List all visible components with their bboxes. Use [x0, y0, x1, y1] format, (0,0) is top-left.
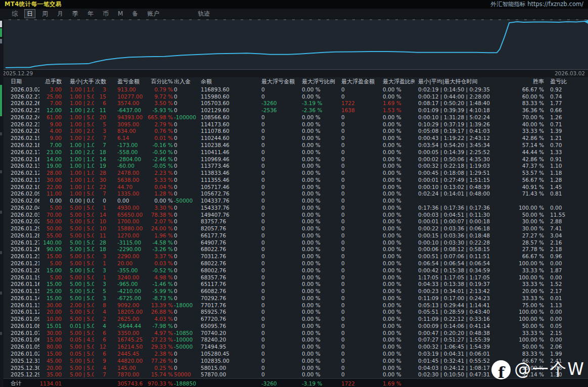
- column-header[interactable]: 最大浮亏金额: [254, 78, 298, 85]
- cell-mfp: 0: [338, 128, 379, 134]
- cell-date: 2026.02.02: [4, 218, 39, 224]
- cell-balance: 58015.00: [201, 365, 254, 371]
- strip-mark: [0, 292, 2, 295]
- table-row[interactable]: 2026.02.1130.001.00 | 1.00305638.005.33 …: [4, 176, 588, 183]
- menu-item-4[interactable]: 月: [53, 10, 68, 18]
- cell-mflp: 0.00 %: [298, 295, 338, 301]
- cell-balance: 115980.60: [201, 93, 254, 100]
- table-row[interactable]: 2026.01.0615.000.05 | 4.95616745.2527.23…: [4, 336, 588, 344]
- cell-balance: 67720.76: [201, 316, 254, 322]
- cell-mfl: 0: [254, 86, 298, 92]
- column-header[interactable]: 最小|大手数: [62, 78, 94, 85]
- table-row[interactable]: 2026.01.1415.005.00 | 5.003-6725.00-8.73…: [4, 295, 588, 302]
- table-row[interactable]: 2026.01.0215.000.05 | 5.0062445.452.38 %…: [4, 350, 588, 357]
- cell-date: 2026.02.12: [4, 170, 39, 176]
- table-row[interactable]: 2026.01.195.005.00 | 5.0013240.004.98 %0…: [4, 274, 588, 281]
- cell-mfl: 0: [254, 135, 298, 141]
- table-row[interactable]: 2026.02.1723.001.00 | 2.0018-558.00-0.50…: [4, 149, 588, 156]
- cell-pl: 2290.00: [109, 253, 145, 259]
- table-row[interactable]: 2026.01.27140.005.00 | 5.0028-3115.00-4.…: [4, 239, 588, 246]
- cell-count: 5: [94, 121, 109, 127]
- table-row[interactable]: 2026.01.0815.010.01 | 5.004-5644.44-7.98…: [4, 322, 588, 329]
- menu-item-8[interactable]: M: [113, 10, 127, 18]
- total-label: 合计: [4, 380, 39, 387]
- table-row[interactable]: 2026.02.204.001.00 | 2.003834.000.76 %01…: [4, 128, 588, 135]
- table-row[interactable]: 2026.02.060.000.00 | 0.0000.000.00 %-500…: [4, 197, 588, 204]
- table-row[interactable]: 2026.02.239.001.00 | 5.0053095.002.79 %0…: [4, 121, 588, 128]
- cell-mflp: 0.00 %: [298, 267, 338, 273]
- cell-pl: 2625.00: [109, 316, 145, 322]
- cell-hold: 0:00:45 | 0:18:08 | 1:29:51: [415, 170, 508, 176]
- cell-mfp: 0: [338, 156, 379, 162]
- table-row[interactable]: 2026.01.215.005.00 | 5.00120.000.03 %068…: [4, 260, 588, 267]
- table-row[interactable]: 2026.02.1228.001.00 | 1.00282478.002.23 …: [4, 169, 588, 176]
- cell-balance: 68022.76: [201, 246, 254, 252]
- table-row[interactable]: 2026.02.2461.001.00 | 5.002094393.00665.…: [4, 114, 588, 121]
- table-row[interactable]: 2026.02.199.001.00 | 2.0076.140.01 %0110…: [4, 134, 588, 141]
- strip-mark: [0, 211, 2, 214]
- menu-item-7[interactable]: 币: [98, 10, 113, 18]
- cell-plr: 0.00: [545, 274, 588, 280]
- column-header[interactable]: 最大浮盈金额: [338, 78, 379, 85]
- cell-minmax: 0.01 | 5.00: [62, 323, 94, 329]
- cell-lots: 14.00: [39, 156, 62, 162]
- cell-mfpp: 0.00 %: [379, 351, 415, 357]
- column-header[interactable]: 最大浮亏比例: [298, 78, 338, 85]
- table-row[interactable]: 2026.01.1220.005.00 | 5.00418205.0026.88…: [4, 309, 588, 316]
- table-row[interactable]: 2026.01.2690.005.00 | 5.0018-2290.00-3.2…: [4, 246, 588, 253]
- menu-item-1[interactable]: 综: [7, 10, 22, 18]
- table-row[interactable]: 2026.01.2015.005.00 | 5.003-355.00-0.52 …: [4, 267, 588, 274]
- table-row[interactable]: 2026.02.267.001.00 | 2.0063574.003.50 %0…: [4, 100, 588, 107]
- menu-item-3[interactable]: 周: [37, 10, 53, 18]
- table-row[interactable]: 2026.02.045.005.00 | 5.0014930.003.30 %0…: [4, 204, 588, 211]
- menu-item-6[interactable]: 年: [83, 10, 98, 18]
- menu-item-9[interactable]: 备: [127, 10, 143, 18]
- menu-item-11[interactable]: 轨迹: [193, 10, 214, 18]
- table-row[interactable]: 2026.02.0370.005.00 | 5.001465650.0078.3…: [4, 211, 588, 218]
- table-row[interactable]: 2026.02.1319.001.00 | 1.0019-60.00-0.05 …: [4, 162, 588, 169]
- cell-inout: 0: [173, 86, 201, 92]
- table-row[interactable]: 2026.01.2855.005.00 | 5.00111270.001.96 …: [4, 232, 588, 239]
- column-header[interactable]: 余额: [201, 78, 254, 85]
- table-row[interactable]: 2026.01.1615.005.00 | 5.003-965.00-1.46 …: [4, 280, 588, 287]
- cell-pl: 1700.00: [109, 218, 145, 224]
- column-header[interactable]: 胜率: [508, 78, 545, 85]
- table-row[interactable]: 2026.03.023.001.00 | 1.003913.000.79 %01…: [4, 86, 588, 93]
- cell-hold: 0:00:51 | 0:07:06 | 0:11:51: [415, 253, 508, 259]
- table-row[interactable]: 2026.01.0580.005.00 | 5.001216214.5029.3…: [4, 343, 588, 350]
- table-row[interactable]: 2026.01.2950.005.00 | 5.001015880.0024.0…: [4, 225, 588, 232]
- table-row[interactable]: 2026.01.0730.005.00 | 5.0063350.004.97 %…: [4, 329, 588, 336]
- column-header[interactable]: 百分比%: [145, 78, 173, 85]
- table-row[interactable]: 2026.02.2512.001.00 | 2.0011-6437.00-5.9…: [4, 107, 588, 114]
- left-indicator-strip[interactable]: [0, 19, 4, 387]
- table-row[interactable]: 2026.01.1525.005.00 | 5.005-4210.00-5.99…: [4, 287, 588, 295]
- column-header[interactable]: 盈亏金额: [109, 78, 145, 85]
- column-header[interactable]: 次数: [94, 78, 109, 85]
- table-row[interactable]: 2026.02.0911.001.00 | 5.0071335.001.28 %…: [4, 190, 588, 197]
- cell-date: 2026.01.21: [4, 260, 39, 266]
- cell-mfl: 0: [254, 281, 298, 287]
- column-header[interactable]: 总手数: [39, 78, 62, 85]
- column-header[interactable]: 出入金: [173, 78, 201, 85]
- cell-minmax: 5.00 | 5.00: [62, 205, 94, 211]
- menu-item-5[interactable]: 季: [68, 10, 83, 18]
- menu-item-10[interactable]: 账户: [143, 10, 164, 18]
- table-row[interactable]: 2026.02.1614.001.00 | 1.0014-2804.00-2.4…: [4, 156, 588, 163]
- table-row[interactable]: 2026.01.1330.002.00 | 5.0089092.0013.39 …: [4, 302, 588, 309]
- column-header[interactable]: 最大浮盈比例: [379, 78, 415, 85]
- menu-item-2[interactable]: 日: [24, 9, 35, 18]
- cell-balance: 113773.46: [201, 163, 254, 169]
- column-header[interactable]: 盈亏比: [545, 78, 588, 85]
- table-row[interactable]: 2026.02.187.001.00 | 1.007-173.00-0.16 %…: [4, 141, 588, 149]
- cell-inout: 0: [173, 218, 201, 224]
- cell-pl: 10277.00: [109, 93, 145, 100]
- table-row[interactable]: 2026.01.2315.005.00 | 5.0032290.003.37 %…: [4, 253, 588, 260]
- cell-hold: 0:05:08 | 0:19:17 | 0:41:03: [415, 128, 508, 134]
- table-row[interactable]: 2026.02.0250.005.00 | 5.00101700.002.07 …: [4, 218, 588, 225]
- table-row[interactable]: 2026.02.2725.001.00 | 5.001510277.009.72…: [4, 93, 588, 100]
- table-row[interactable]: 2026.02.1022.001.00 | 1.002244.700.04 %0…: [4, 183, 588, 190]
- brand-url-text[interactable]: 外汇智能指标 https://fxznzb.com/: [491, 1, 583, 8]
- column-header[interactable]: 日期: [4, 78, 39, 85]
- table-row[interactable]: 2026.01.0910.005.00 | 5.0022625.004.03 %…: [4, 315, 588, 322]
- column-header[interactable]: 最小|平均|最大持仓时间: [415, 78, 508, 85]
